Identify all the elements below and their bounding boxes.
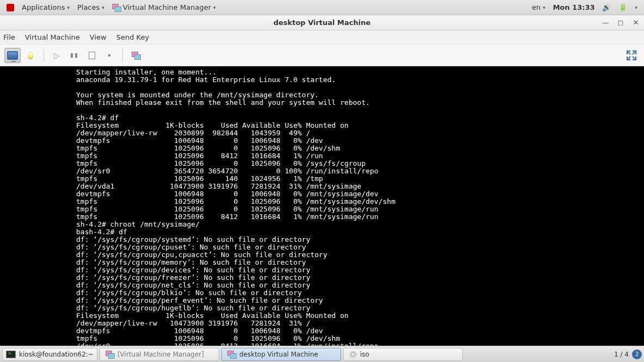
terminal-output: Starting installer, one moment... anacon…	[0, 68, 644, 346]
system-menu[interactable]: ▾	[631, 0, 641, 15]
pause-icon: ▮▮	[70, 52, 79, 59]
fullscreen-button[interactable]	[623, 48, 640, 63]
menu-file[interactable]: File	[3, 33, 15, 41]
gnome-top-panel: Applications▾ Places▾ Virtual Machine Ma…	[0, 0, 644, 15]
notification-badge[interactable]: 2	[632, 349, 642, 359]
vmm-icon	[106, 351, 114, 358]
menu-send-key[interactable]: Send Key	[116, 33, 149, 41]
chevron-down-icon: ▾	[108, 53, 111, 58]
task-label: [Virtual Machine Manager]	[117, 351, 204, 358]
bottom-taskbar: kiosk@foundation62:~ [Virtual Machine Ma…	[0, 346, 644, 362]
vm-menubar: File Virtual Machine View Send Key	[0, 30, 644, 45]
window-title: desktop Virtual Machine	[274, 18, 371, 27]
pause-button[interactable]: ▮▮	[67, 48, 82, 63]
snapshots-icon	[132, 52, 140, 59]
task-iso[interactable]: iso	[343, 348, 463, 361]
monitor-icon	[7, 51, 18, 60]
chevron-down-icon: ▾	[213, 5, 216, 10]
task-label: kiosk@foundation62:~	[19, 351, 94, 358]
places-menu[interactable]: Places▾	[74, 0, 108, 15]
disc-icon	[349, 351, 357, 358]
snapshots-button[interactable]	[128, 48, 144, 63]
lightbulb-icon	[28, 52, 33, 59]
menu-virtual-machine[interactable]: Virtual Machine	[25, 33, 80, 41]
task-label: desktop Virtual Machine	[239, 351, 318, 358]
battery-icon: 🔋	[618, 3, 627, 11]
volume-icon: 🔊	[602, 3, 611, 11]
activities-hat[interactable]	[3, 0, 17, 15]
shutdown-menu-button[interactable]: ▾	[102, 48, 117, 63]
workspace-indicator[interactable]: 1 / 4	[614, 351, 629, 358]
terminal-icon	[6, 351, 16, 358]
clock[interactable]: Mon 13:33	[549, 0, 598, 15]
window-maximize-button[interactable]: ◻	[616, 18, 626, 27]
vmm-app-menu[interactable]: Virtual Machine Manager▾	[109, 0, 219, 15]
input-lang[interactable]: en▾	[529, 0, 549, 15]
toolbar-separator	[44, 49, 44, 62]
console-button[interactable]	[4, 48, 21, 63]
task-desktop-vm[interactable]: desktop Virtual Machine	[221, 348, 341, 361]
play-icon: ▷	[54, 51, 60, 60]
window-close-button[interactable]: ✕	[631, 18, 641, 27]
redhat-icon	[7, 4, 14, 11]
shutdown-button[interactable]	[84, 48, 100, 63]
vm-toolbar: ▷ ▮▮ ▾	[0, 45, 644, 66]
menu-view[interactable]: View	[90, 33, 107, 41]
task-label: iso	[360, 351, 369, 358]
vm-console[interactable]: Starting installer, one moment... anacon…	[0, 66, 644, 346]
window-minimize-button[interactable]: —	[600, 18, 610, 27]
window-titlebar: desktop Virtual Machine — ◻ ✕	[0, 15, 644, 30]
applications-menu[interactable]: Applications▾	[18, 0, 73, 15]
volume-indicator[interactable]: 🔊	[599, 0, 614, 15]
vmm-icon	[227, 351, 236, 358]
chevron-down-icon: ▾	[635, 5, 637, 10]
details-button[interactable]	[23, 48, 38, 63]
fullscreen-icon	[626, 50, 637, 61]
stop-icon	[89, 52, 95, 59]
battery-indicator[interactable]: 🔋	[615, 0, 630, 15]
task-vmm[interactable]: [Virtual Machine Manager]	[100, 348, 219, 361]
chevron-down-icon: ▾	[102, 5, 104, 10]
vmm-icon	[112, 4, 121, 11]
task-terminal[interactable]: kiosk@foundation62:~	[2, 348, 97, 361]
toolbar-separator	[122, 49, 123, 62]
chevron-down-icon: ▾	[67, 5, 70, 10]
run-button[interactable]: ▷	[49, 48, 65, 63]
chevron-down-icon: ▾	[543, 5, 546, 10]
